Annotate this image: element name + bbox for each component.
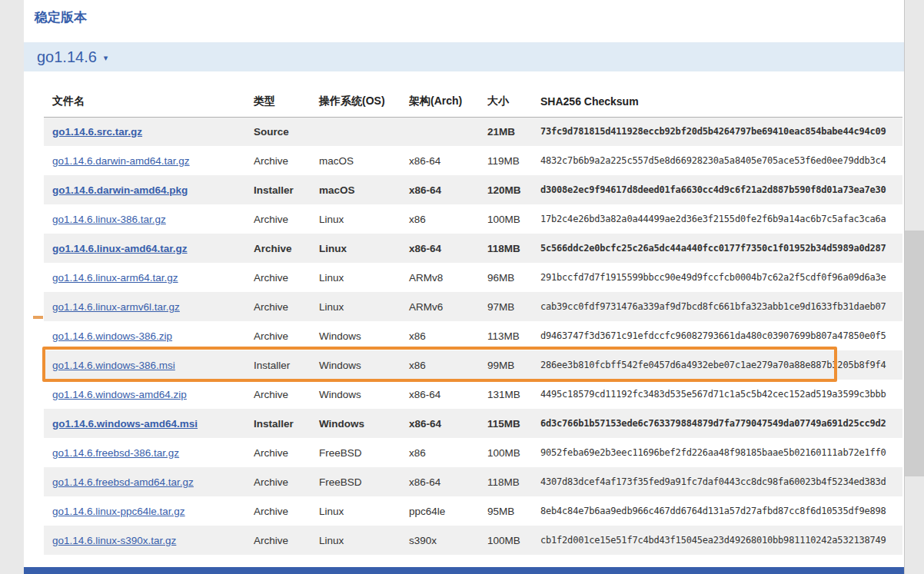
type-cell: Source [254, 117, 319, 146]
chevron-down-icon: ▾ [104, 51, 108, 63]
filename-cell: go1.14.6.darwin-amd64.tar.gz [44, 146, 254, 175]
download-link[interactable]: go1.14.6.src.tar.gz [52, 126, 142, 138]
download-link[interactable]: go1.14.6.freebsd-amd64.tar.gz [52, 476, 194, 488]
type-cell: Archive [254, 234, 319, 263]
download-link[interactable]: go1.14.6.linux-arm64.tar.gz [52, 272, 178, 284]
arch-cell: x86 [409, 350, 487, 380]
size-cell: 131MB [487, 380, 540, 409]
annotation-dash [33, 316, 43, 319]
size-cell: 118MB [487, 234, 540, 263]
type-cell: Archive [254, 263, 319, 292]
checksum-cell: 8eb4c84e7b6aa9edb966c467dd6764d131a57d27… [540, 496, 902, 526]
size-cell: 99MB [487, 350, 540, 380]
table-row: go1.14.6.linux-armv6l.tar.gzArchiveLinux… [44, 292, 902, 321]
version-selector[interactable]: go1.14.6 ▾ [24, 42, 904, 71]
os-cell: Linux [319, 526, 409, 555]
size-cell: 113MB [487, 321, 540, 350]
filename-cell: go1.14.6.linux-s390x.tar.gz [44, 526, 254, 555]
column-header: 架构(Arch) [409, 86, 487, 117]
download-link[interactable]: go1.14.6.linux-amd64.tar.gz [52, 243, 188, 254]
type-cell: Archive [254, 204, 319, 234]
checksum-cell: 4307d83dcef4af173f35fed9a91fc7daf0443cc8… [540, 467, 902, 496]
download-link[interactable]: go1.14.6.windows-amd64.msi [52, 418, 198, 430]
column-header: 文件名 [44, 86, 254, 117]
type-cell: Archive [254, 526, 319, 555]
size-cell: 119MB [487, 146, 540, 175]
footer-bar [24, 567, 904, 574]
filename-cell: go1.14.6.linux-amd64.tar.gz [44, 234, 254, 263]
download-link[interactable]: go1.14.6.freebsd-386.tar.gz [52, 447, 179, 459]
checksum-cell: 291bccfd7d7f1915599bbcc90e49d9fccfcb0004… [540, 263, 902, 292]
column-header: 大小 [487, 86, 540, 117]
filename-cell: go1.14.6.linux-386.tar.gz [44, 204, 254, 234]
size-cell: 95MB [487, 496, 540, 526]
size-cell: 21MB [487, 117, 540, 146]
arch-cell: x86-64 [409, 234, 487, 263]
table-row: go1.14.6.windows-amd64.msiInstallerWindo… [44, 409, 902, 438]
type-cell: Installer [254, 350, 319, 380]
download-link[interactable]: go1.14.6.linux-armv6l.tar.gz [52, 301, 180, 313]
downloads-table: 文件名类型操作系统(OS)架构(Arch)大小SHA256 Checksum g… [44, 86, 902, 555]
checksum-cell: 73fc9d781815d411928eccb92bf20d5b4264797b… [540, 117, 902, 146]
arch-cell: s390x [409, 526, 487, 555]
os-cell: Linux [319, 234, 409, 263]
table-row: go1.14.6.linux-s390x.tar.gzArchiveLinuxs… [44, 526, 902, 555]
download-link[interactable]: go1.14.6.windows-386.zip [52, 330, 172, 342]
vertical-scrollbar[interactable] [904, 0, 924, 574]
os-cell [319, 117, 409, 146]
table-row: go1.14.6.linux-386.tar.gzArchiveLinuxx86… [44, 204, 902, 234]
arch-cell: x86-64 [409, 146, 487, 175]
arch-cell: x86-64 [409, 467, 487, 496]
download-link[interactable]: go1.14.6.linux-ppc64le.tar.gz [52, 506, 185, 517]
arch-cell: ppc64le [409, 496, 487, 526]
type-cell: Archive [254, 496, 319, 526]
filename-cell: go1.14.6.windows-amd64.zip [44, 380, 254, 409]
os-cell: Linux [319, 292, 409, 321]
size-cell: 96MB [487, 263, 540, 292]
page-left-gutter [0, 0, 24, 574]
download-link[interactable]: go1.14.6.linux-386.tar.gz [52, 214, 166, 225]
filename-cell: go1.14.6.windows-386.zip [44, 321, 254, 350]
arch-cell: x86-64 [409, 175, 487, 204]
checksum-cell: cab39cc0fdf9731476a339af9d7bcd8fc661bfa3… [540, 292, 902, 321]
column-header: SHA256 Checksum [540, 86, 902, 117]
table-header-row: 文件名类型操作系统(OS)架构(Arch)大小SHA256 Checksum [44, 86, 902, 117]
download-link[interactable]: go1.14.6.windows-386.msi [52, 360, 175, 371]
checksum-cell: 9052feba69e2b3eec11696bef2fd226aa48f9818… [540, 438, 902, 467]
download-link[interactable]: go1.14.6.linux-s390x.tar.gz [52, 535, 176, 546]
filename-cell: go1.14.6.src.tar.gz [44, 117, 254, 146]
checksum-cell: 286ee3b810fcbff542fe0457d6a4932ebe07c1ae… [540, 350, 902, 380]
os-cell: Windows [319, 409, 409, 438]
download-link[interactable]: go1.14.6.windows-amd64.zip [52, 389, 187, 400]
arch-cell: ARMv8 [409, 263, 487, 292]
os-cell: Windows [319, 350, 409, 380]
os-cell: macOS [319, 175, 409, 204]
size-cell: 115MB [487, 409, 540, 438]
arch-cell: x86-64 [409, 380, 487, 409]
checksum-cell: cb1f2d001ce15e51f7c4bd43f15045ea23d49268… [540, 526, 902, 555]
type-cell: Archive [254, 438, 319, 467]
type-cell: Installer [254, 175, 319, 204]
download-link[interactable]: go1.14.6.darwin-amd64.pkg [52, 184, 188, 196]
type-cell: Archive [254, 467, 319, 496]
os-cell: Linux [319, 496, 409, 526]
table-row: go1.14.6.linux-arm64.tar.gzArchiveLinuxA… [44, 263, 902, 292]
checksum-cell: 4495c18579cd11192fc3483d535e567d71c1a5c5… [540, 380, 902, 409]
arch-cell: x86-64 [409, 409, 487, 438]
scrollbar-thumb[interactable] [905, 231, 924, 476]
size-cell: 100MB [487, 438, 540, 467]
type-cell: Archive [254, 380, 319, 409]
column-header: 类型 [254, 86, 319, 117]
os-cell: FreeBSD [319, 438, 409, 467]
download-link[interactable]: go1.14.6.darwin-amd64.tar.gz [52, 155, 190, 167]
filename-cell: go1.14.6.freebsd-386.tar.gz [44, 438, 254, 467]
table-row: go1.14.6.windows-386.zipArchiveWindowsx8… [44, 321, 902, 350]
column-header: 操作系统(OS) [319, 86, 409, 117]
table-row: go1.14.6.linux-amd64.tar.gzArchiveLinuxx… [44, 234, 902, 263]
page-title: 稳定版本 [35, 9, 904, 25]
checksum-cell: 5c566ddc2e0bcfc25c26a5dc44a440fcc0177f73… [540, 234, 902, 263]
table-row: go1.14.6.freebsd-amd64.tar.gzArchiveFree… [44, 467, 902, 496]
arch-cell: x86 [409, 204, 487, 234]
table-row: go1.14.6.darwin-amd64.tar.gzArchivemacOS… [44, 146, 902, 175]
version-label: go1.14.6 [37, 48, 97, 66]
